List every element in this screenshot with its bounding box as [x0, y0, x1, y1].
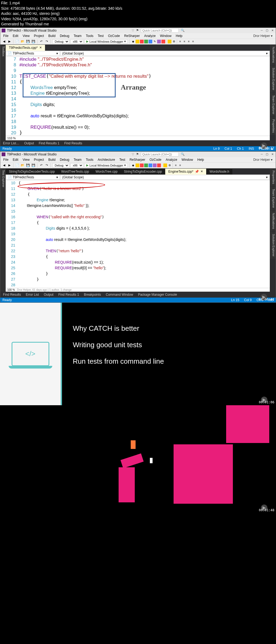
start-debugger-button[interactable]: ▶Local Windows Debugger ▾: [84, 39, 128, 43]
tab-wordtreetests[interactable]: WordTreeTests.cpp: [58, 168, 92, 175]
menu-file[interactable]: File: [1, 33, 10, 38]
uncomment-icon[interactable]: ≡: [191, 40, 195, 43]
config-combo[interactable]: Debug: [52, 39, 69, 44]
menu-window[interactable]: Window: [180, 157, 195, 162]
nav-fwd-button[interactable]: ▶: [7, 163, 12, 168]
config-combo[interactable]: Debug: [52, 163, 69, 168]
save-button[interactable]: 💾: [26, 39, 30, 44]
scope-right[interactable]: (Global Scope)▾: [60, 175, 270, 180]
find-results-1-tab[interactable]: Find Results 1: [37, 141, 62, 146]
new-item-button[interactable]: 📄: [15, 39, 19, 44]
scope-left[interactable]: 📄 T9PredictTests▾: [6, 175, 60, 180]
menu-view[interactable]: View: [21, 157, 32, 162]
nav-back-button[interactable]: ◀: [2, 39, 6, 44]
redo-button[interactable]: ↷: [44, 163, 49, 168]
tool-icon-1[interactable]: ◆: [131, 163, 135, 167]
find-results-tab[interactable]: Find Results: [1, 292, 23, 297]
quick-launch-input[interactable]: [141, 152, 179, 156]
tab-encoder[interactable]: StringToDigitsEncoder.cpp: [121, 168, 165, 175]
properties-tab[interactable]: Properties: [270, 168, 276, 186]
tab-stringtodigitsdecoder[interactable]: StringToDigitsDecoderTests.cpp: [6, 168, 58, 175]
menu-resharper[interactable]: ReSharper: [122, 33, 142, 38]
menu-file[interactable]: File: [1, 157, 10, 162]
menu-tools[interactable]: Tools: [84, 157, 95, 162]
error-list-tab[interactable]: Error List: [24, 292, 41, 297]
close-icon[interactable]: ✕: [201, 170, 203, 173]
toolbox-rail[interactable]: Toolbox: [0, 45, 6, 140]
tool-icon-4[interactable]: [144, 40, 148, 43]
tool-icon-5[interactable]: [149, 163, 152, 167]
indent-icon[interactable]: ≡: [178, 40, 182, 43]
tool-icon-1[interactable]: ◆: [131, 40, 135, 43]
minimize-button[interactable]: ─: [260, 29, 264, 32]
menu-window[interactable]: Window: [158, 33, 173, 38]
tab-t9predicttests[interactable]: T9PredictTests.cpp* ✕: [6, 45, 45, 51]
tool-icon-8[interactable]: ⚙: [168, 163, 171, 167]
zoom-level[interactable]: 100 %: [7, 288, 15, 291]
close-button[interactable]: ✕: [271, 29, 274, 32]
user-name[interactable]: Dror Helper ▾: [251, 33, 275, 38]
tool-icon-2[interactable]: [136, 163, 139, 167]
maximize-button[interactable]: ▢: [265, 152, 269, 156]
filter-icon[interactable]: ▽: [132, 29, 134, 32]
new-item-button[interactable]: 📄: [15, 163, 19, 168]
search-icon[interactable]: 🔍: [181, 152, 185, 156]
pkg-manager-tab[interactable]: Package Manager Console: [136, 292, 179, 297]
code-editor[interactable]: 10111213141516171819202122232425262728 {…: [6, 180, 270, 288]
notifications-tab[interactable]: Notifications: [270, 45, 276, 65]
menu-debug[interactable]: Debug: [58, 33, 71, 38]
tool-icon-4[interactable]: [144, 163, 148, 167]
tool-icon-7[interactable]: [163, 163, 167, 167]
menu-ozcode[interactable]: OzCode: [148, 157, 163, 162]
undo-button[interactable]: ↶: [39, 163, 43, 168]
platform-combo[interactable]: x86: [70, 39, 83, 44]
tool-icon-6[interactable]: ✎: [153, 40, 157, 43]
indent-icon[interactable]: ≡: [174, 163, 178, 167]
team-explorer-tab[interactable]: Team Explorer: [270, 93, 276, 117]
menu-analyze[interactable]: Analyze: [164, 157, 179, 162]
output-tab[interactable]: Output: [42, 292, 56, 297]
nav-back-button[interactable]: ◀: [2, 163, 6, 168]
open-button[interactable]: 📂: [20, 39, 25, 44]
menu-help[interactable]: Help: [195, 157, 206, 162]
flag-icon[interactable]: ⚑: [136, 152, 139, 156]
properties-tab[interactable]: Properties: [270, 117, 276, 135]
menu-debug[interactable]: Debug: [58, 157, 71, 162]
menu-ozcode[interactable]: OzCode: [106, 33, 122, 38]
save-button[interactable]: 💾: [26, 163, 30, 168]
menu-project[interactable]: Project: [32, 33, 46, 38]
menu-view[interactable]: View: [21, 33, 32, 38]
menu-team[interactable]: Team: [72, 157, 83, 162]
menu-help[interactable]: Help: [174, 33, 184, 38]
notifications-tab[interactable]: Notifications: [270, 211, 276, 231]
solution-explorer-tab[interactable]: Solution Explorer: [270, 66, 276, 93]
save-all-button[interactable]: 💾: [31, 39, 36, 44]
tab-wordstree[interactable]: WordsTree.cpp: [92, 168, 120, 175]
code-editor[interactable]: 7891011121314151617181920 #include "../T…: [6, 56, 270, 136]
breakpoints-tab[interactable]: Breakpoints: [82, 292, 103, 297]
tool-icon-stop[interactable]: [161, 40, 165, 43]
quick-launch-input[interactable]: [141, 28, 179, 33]
filter-icon[interactable]: ▽: [132, 152, 134, 156]
maximize-button[interactable]: ▢: [265, 29, 269, 32]
command-window-tab[interactable]: Command Window: [104, 292, 135, 297]
menu-team[interactable]: Team: [72, 33, 83, 38]
scope-left[interactable]: 📄 T9PredictTests▾: [6, 51, 60, 56]
tool-icon-5[interactable]: [149, 40, 152, 43]
tool-icon-6[interactable]: [153, 163, 157, 167]
start-debugger-button[interactable]: ▶Local Windows Debugger ▾: [84, 163, 128, 167]
tool-icon-stop[interactable]: [157, 163, 161, 167]
code-content[interactable]: { GIVEN("'hello' is a known word") { Eng…: [18, 180, 270, 288]
test-explorer-rail[interactable]: Test Explorer: [0, 168, 6, 292]
menu-test[interactable]: Test: [118, 157, 127, 162]
search-icon[interactable]: 🔍: [181, 29, 185, 32]
find-results-tab[interactable]: Find Results: [62, 141, 84, 146]
tool-icon-3[interactable]: [140, 40, 144, 43]
tab-enginetests[interactable]: EngineTests.cpp*📌✕: [165, 168, 206, 175]
close-button[interactable]: ✕: [271, 152, 274, 156]
menu-architecture[interactable]: Architecture: [96, 157, 117, 162]
flag-icon[interactable]: ⚑: [136, 29, 139, 32]
close-icon[interactable]: ✕: [39, 46, 42, 49]
zoom-level[interactable]: 110 %: [6, 136, 270, 140]
undo-button[interactable]: ↶: [39, 39, 43, 44]
